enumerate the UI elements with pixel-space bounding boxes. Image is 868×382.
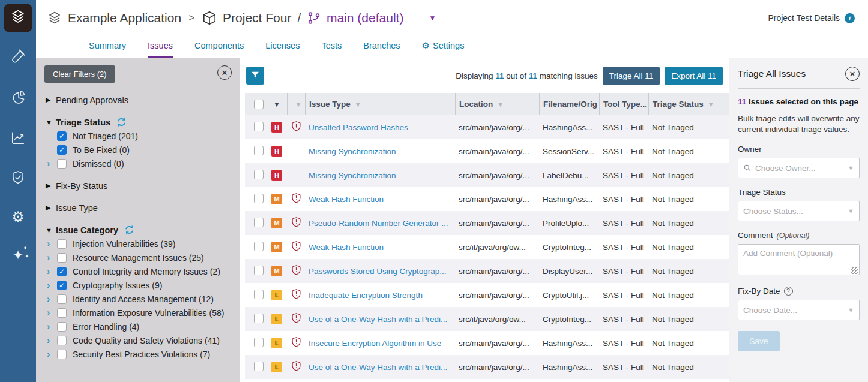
filter-item-label[interactable]: Control Integrity and Memory Issues (2) [73, 267, 220, 276]
clear-filters-button[interactable]: Clear Filters (2) [44, 65, 115, 83]
chevron-right-icon[interactable]: › [47, 159, 57, 169]
tab[interactable]: ⚙ Components [194, 36, 244, 58]
filter-checkbox[interactable] [57, 322, 67, 332]
filter-checkbox[interactable] [57, 131, 67, 141]
filter-item-label[interactable]: Dismissed (0) [73, 159, 124, 169]
table-row[interactable]: M Pseudo-Random Numbe [245, 211, 729, 235]
trend-chart-icon[interactable] [0, 122, 36, 154]
row-checkbox[interactable] [254, 242, 264, 251]
owner-select[interactable]: Choose Owner... ▼ [738, 158, 860, 178]
table-row[interactable]: L Insecure Encryption [245, 331, 729, 355]
column-issue-type[interactable]: Issue Type▼ [305, 93, 455, 115]
save-button[interactable]: Save [738, 331, 780, 351]
row-checkbox[interactable] [254, 170, 264, 179]
filter-item-label[interactable]: Security Best Practices Violations (7) [73, 350, 210, 359]
severity-sort-icon[interactable]: ▼ [273, 100, 280, 109]
filter-item-label[interactable]: To Be Fixed (0) [73, 145, 130, 155]
filter-checkbox[interactable] [57, 308, 67, 318]
table-row[interactable]: H Unsalted Password H [245, 115, 729, 139]
chevron-right-icon[interactable]: › [47, 294, 57, 304]
triage-all-button[interactable]: Triage All 11 [603, 67, 660, 85]
triage-status-select[interactable]: Choose Status... ▼ [738, 201, 860, 221]
filter-checkbox[interactable] [57, 159, 67, 169]
chevron-right-icon[interactable]: › [47, 336, 57, 345]
row-checkbox[interactable] [254, 146, 264, 155]
filter-group-header[interactable]: ▼ Issue Category [46, 225, 232, 235]
row-checkbox[interactable] [254, 338, 264, 347]
filter-item-label[interactable]: Code Quality and Safety Violations (41) [73, 336, 220, 345]
table-row[interactable]: L Use of a One-Way Ha [245, 307, 729, 331]
column-triage-status[interactable]: Triage Status▼ [648, 93, 729, 115]
breadcrumb-branch[interactable]: main (default) [327, 11, 403, 25]
row-checkbox[interactable] [254, 314, 264, 323]
filter-item-label[interactable]: Resource Management Issues (25) [73, 253, 204, 263]
filter-item-label[interactable]: Identity and Access Management (12) [73, 294, 214, 304]
filter-item-label[interactable]: Cryptography Issues (9) [73, 281, 162, 290]
table-row[interactable]: M Passwords Stored Us [245, 259, 729, 283]
help-icon[interactable]: ? [784, 287, 793, 296]
table-row[interactable]: M Weak Hash Function [245, 235, 729, 259]
filter-checkbox[interactable] [57, 253, 67, 263]
app-logo[interactable] [4, 4, 32, 32]
info-icon[interactable]: i [845, 13, 855, 23]
issue-type-link[interactable]: Pseudo-Random Number Generator ... [305, 219, 455, 228]
table-row[interactable]: L Inadequate Encrypti [245, 283, 729, 307]
resize-grip-icon[interactable] [851, 267, 858, 274]
refresh-icon[interactable] [116, 117, 127, 127]
export-all-button[interactable]: Export All 11 [665, 67, 723, 85]
shield-check-icon[interactable] [0, 162, 36, 193]
issue-type-link[interactable]: Passwords Stored Using Cryptograp... [305, 267, 455, 276]
tab[interactable]: ⚙ Issues [148, 36, 173, 58]
filter-item-label[interactable]: Injection Vulnerabilities (39) [73, 239, 175, 249]
filter-group-header[interactable]: ▶ Fix-By Status [46, 181, 232, 191]
chevron-right-icon[interactable]: › [47, 308, 57, 318]
filter-checkbox[interactable] [57, 267, 67, 276]
issue-type-link[interactable]: Use of a One-Way Hash with a Predi... [305, 315, 455, 324]
table-row[interactable]: L Use of a One-Way Ha [245, 355, 729, 379]
breadcrumb-app[interactable]: Example Application [68, 11, 181, 25]
table-row[interactable]: H Missing Synchroniza [245, 139, 729, 163]
shield-sort-icon[interactable]: ▼ [295, 101, 302, 108]
pie-chart-icon[interactable] [0, 82, 36, 113]
row-checkbox[interactable] [254, 218, 264, 227]
tab[interactable]: ⚙ Licenses [265, 36, 300, 58]
filter-group-header[interactable]: ▼ Triage Status [46, 117, 232, 127]
test-tube-icon[interactable] [0, 41, 36, 72]
filter-group-header[interactable]: ▶ Issue Type [46, 203, 232, 213]
chevron-right-icon[interactable]: › [47, 239, 57, 249]
chevron-right-icon[interactable]: › [47, 253, 57, 263]
filter-item-label[interactable]: Error Handling (4) [73, 322, 139, 332]
row-checkbox[interactable] [254, 266, 264, 275]
refresh-icon[interactable] [124, 225, 134, 235]
filter-toggle-button[interactable] [246, 67, 264, 85]
column-tool-type[interactable]: Tool Type... [599, 93, 648, 115]
filter-checkbox[interactable] [57, 145, 67, 155]
row-checkbox[interactable] [254, 290, 264, 299]
chevron-right-icon[interactable]: › [47, 350, 57, 359]
table-row[interactable]: M Weak Hash Function [245, 187, 729, 211]
chevron-right-icon[interactable]: › [47, 267, 57, 276]
chevron-right-icon[interactable]: › [47, 322, 57, 332]
filter-group-header[interactable]: ▶ Pending Approvals [46, 95, 232, 105]
close-panel-icon[interactable]: ✕ [845, 67, 860, 81]
sparkles-icon[interactable]: ✦✦✦ [0, 240, 36, 271]
tab[interactable]: ⚙ Settings [422, 36, 465, 58]
branch-dropdown-caret-icon[interactable]: ▼ [429, 14, 436, 22]
row-checkbox[interactable] [254, 194, 264, 203]
table-row[interactable]: H Missing Synchroniza [245, 163, 729, 187]
tab[interactable]: ⚙ Tests [321, 36, 342, 58]
filter-item-label[interactable]: Not Triaged (201) [73, 131, 138, 141]
filter-item-label[interactable]: Information Exposure Vulnerabilities (58… [73, 308, 224, 318]
fixby-date-select[interactable]: Choose Date... ▼ [738, 300, 860, 320]
select-all-checkbox[interactable] [254, 100, 264, 109]
issue-type-link[interactable]: Inadequate Encryption Strength [305, 291, 455, 300]
column-filename[interactable]: Filename/Orig [539, 93, 599, 115]
issue-type-link[interactable]: Missing Synchronization [305, 147, 455, 156]
tab[interactable]: ⚙ Branches [363, 36, 400, 58]
row-checkbox[interactable] [254, 122, 264, 131]
issue-type-link[interactable]: Unsalted Password Hashes [305, 123, 455, 132]
issue-type-link[interactable]: Use of a One-Way Hash with a Predi... [305, 363, 455, 372]
breadcrumb-project[interactable]: Project Four [223, 11, 291, 25]
issue-type-link[interactable]: Missing Synchronization [305, 171, 455, 180]
issue-type-link[interactable]: Weak Hash Function [305, 195, 455, 204]
